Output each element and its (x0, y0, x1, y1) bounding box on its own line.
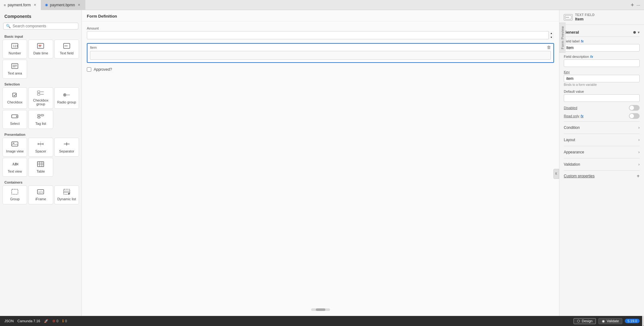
checkboxgroup-label: Checkbox group (30, 98, 51, 106)
field-type-icon (564, 14, 573, 20)
readonly-fx: fx (581, 114, 584, 118)
more-tabs-button[interactable]: ··· (636, 0, 640, 10)
number-icon: 123 (11, 43, 18, 50)
right-panel-body: General ▾ Field label fx Field descripti… (559, 25, 644, 316)
key-input[interactable] (564, 75, 640, 82)
sidebar: Components 🔍 Basic input 123 Number (0, 10, 82, 316)
layout-section: Layout › (564, 134, 640, 146)
component-textfield[interactable]: Text field (54, 40, 79, 58)
tab-payment-form[interactable]: ≡ payment.form ✕ (0, 0, 41, 10)
readonly-toggle[interactable] (629, 113, 640, 119)
component-checkbox[interactable]: Checkbox (3, 87, 27, 109)
radiogroup-icon (63, 92, 70, 99)
amount-spinners: ▲ ▼ (548, 31, 554, 39)
canvas-collapse-button[interactable]: К (553, 169, 559, 179)
item-text-input[interactable] (90, 51, 551, 60)
svg-rect-11 (37, 91, 40, 93)
field-desc-input[interactable] (564, 59, 640, 67)
default-value-input[interactable] (564, 94, 640, 102)
component-number[interactable]: 123 Number (3, 40, 27, 58)
validate-button[interactable]: ◉ Validate (598, 318, 622, 324)
amount-input[interactable] (87, 31, 554, 39)
datetime-label: Date time (33, 51, 48, 55)
amount-increment[interactable]: ▲ (548, 31, 554, 35)
form-canvas: Amount ▲ ▼ Item 🗑 (82, 21, 559, 316)
svg-rect-24 (12, 142, 18, 146)
checkbox-icon (11, 92, 18, 99)
condition-header[interactable]: Condition › (564, 124, 640, 131)
custom-properties-label: Custom properties (564, 174, 595, 178)
design-button[interactable]: ⬡ Design (574, 318, 596, 324)
svg-text:ABC: ABC (12, 162, 18, 166)
search-input[interactable] (13, 24, 76, 28)
errors-count: 0 (57, 319, 59, 323)
separator-icon (63, 141, 70, 148)
component-radiogroup[interactable]: Radio group (54, 87, 79, 109)
appearance-header[interactable]: Appearance › (564, 149, 640, 156)
textfield-label: Text field (60, 51, 73, 55)
component-spacer[interactable]: Spacer (28, 138, 53, 157)
layout-header[interactable]: Layout › (564, 136, 640, 143)
component-imageview[interactable]: Image view (3, 138, 27, 157)
svg-rect-21 (37, 114, 40, 116)
tab-payment-form-close[interactable]: ✕ (33, 3, 37, 7)
general-dot (633, 31, 636, 34)
custom-properties-add-button[interactable]: + (637, 173, 640, 179)
component-iframe[interactable]: </> iFrame (28, 185, 53, 204)
amount-input-wrap: ▲ ▼ (87, 31, 554, 39)
general-chevron[interactable]: ▾ (638, 30, 640, 35)
layout-title: Layout (564, 138, 575, 142)
section-basic-input: Basic input (3, 32, 79, 40)
component-checkboxgroup[interactable]: Checkbox group (28, 87, 53, 109)
general-section-header: General ▾ (564, 28, 640, 37)
checkboxgroup-icon (37, 90, 44, 97)
imageview-icon (11, 141, 18, 148)
component-datetime[interactable]: 📅 Date time (28, 40, 53, 58)
appearance-chevron: › (638, 150, 640, 154)
dynamiclist-label: Dynamic list (57, 197, 76, 201)
group-icon (11, 189, 18, 196)
spacer-label: Spacer (35, 149, 46, 153)
component-textarea[interactable]: Text area (3, 60, 27, 79)
table-icon (37, 161, 44, 168)
iframe-icon: </> (37, 189, 44, 196)
component-group[interactable]: Group (3, 185, 27, 204)
add-tab-button[interactable]: + (631, 0, 634, 10)
validation-header[interactable]: Validation › (564, 161, 640, 168)
right-panel-header: TEXT FIELD Item (559, 10, 644, 25)
tab-payment-bpmn[interactable]: ◉ payment.bpmn ✕ (41, 0, 85, 10)
item-field-label: Item (90, 46, 97, 49)
canvas-scrollbar[interactable] (311, 308, 330, 311)
field-label-row: Field label fx (564, 39, 640, 52)
amount-decrement[interactable]: ▼ (548, 35, 554, 39)
engine-label: Camunda 7.16 (17, 319, 40, 323)
component-select[interactable]: Select (3, 110, 27, 129)
rocket-icon: 🚀 (44, 319, 48, 323)
condition-title: Condition (564, 125, 580, 130)
tab-payment-bpmn-close[interactable]: ✕ (77, 3, 81, 7)
component-taglist[interactable]: Tag list (28, 110, 53, 129)
field-label-input[interactable] (564, 44, 640, 52)
svg-point-16 (64, 94, 65, 96)
field-desc-fx: fx (590, 55, 593, 58)
component-table[interactable]: Table (28, 158, 53, 177)
canvas-scrollbar-thumb (316, 308, 325, 311)
select-label: Select (10, 122, 20, 125)
svg-rect-13 (37, 93, 40, 95)
taglist-icon (37, 113, 44, 120)
approved-field: Approved? (87, 66, 554, 73)
component-textview[interactable]: ABC Text view (3, 158, 27, 177)
custom-properties-row: Custom properties + (564, 170, 640, 181)
component-dynamiclist[interactable]: + Dynamic list (54, 185, 79, 204)
disabled-toggle[interactable] (629, 105, 640, 111)
field-type-badge: TEXT FIELD Item (564, 13, 640, 21)
item-delete-button[interactable]: 🗑 (547, 45, 551, 50)
component-separator[interactable]: Separator (54, 138, 79, 157)
svg-rect-31 (37, 162, 44, 167)
svg-text:</>: </> (38, 191, 43, 194)
binds-note: Binds to a form variable (564, 83, 640, 86)
field-desc-row: Field description fx (564, 55, 640, 67)
warnings-status: ℹ 0 (62, 319, 67, 323)
form-preview-tab[interactable]: Form Preview (559, 23, 566, 53)
approved-checkbox[interactable] (87, 67, 91, 72)
